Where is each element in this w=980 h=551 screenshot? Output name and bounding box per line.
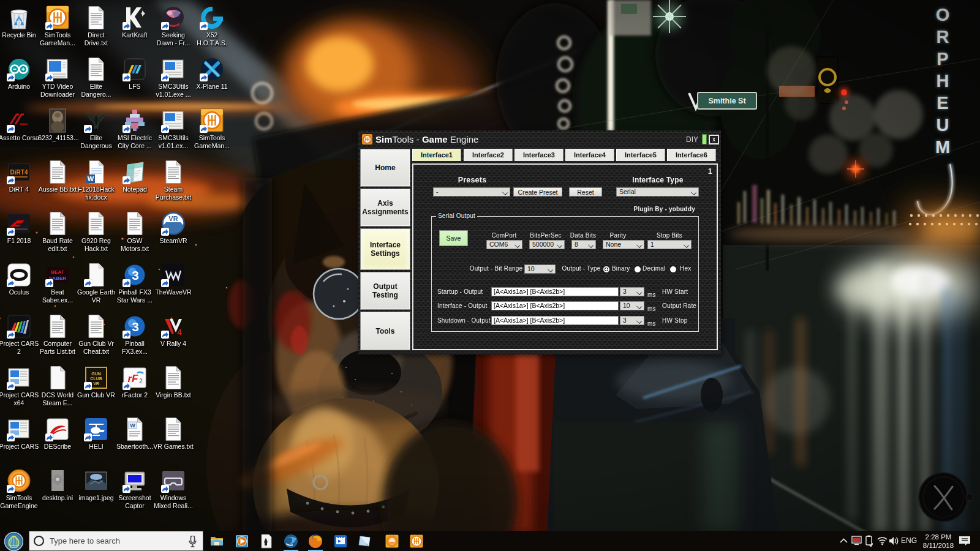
svg-text:W: W xyxy=(130,422,135,429)
svg-text:CLUB: CLUB xyxy=(90,377,102,381)
svg-text:3: 3 xyxy=(132,268,139,282)
svg-text:3: 3 xyxy=(132,320,139,334)
svg-text:GUN: GUN xyxy=(91,372,101,376)
svg-text:VR: VR xyxy=(93,381,99,386)
svg-text:VR: VR xyxy=(168,215,178,222)
svg-text:W: W xyxy=(88,175,94,182)
svg-text:BEAT: BEAT xyxy=(51,269,64,275)
svg-text:DiRT4: DiRT4 xyxy=(10,169,28,176)
svg-text:2: 2 xyxy=(139,378,143,384)
svg-text:4: 4 xyxy=(177,328,182,337)
